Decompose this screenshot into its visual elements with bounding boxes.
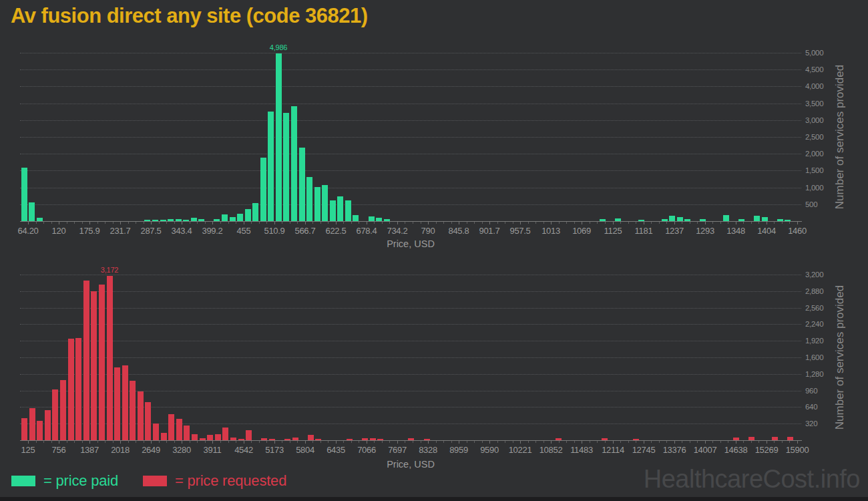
gridline xyxy=(20,154,801,154)
x-axis-minor-tick xyxy=(743,222,744,224)
x-axis-minor-tick xyxy=(282,441,282,443)
x-axis-minor-tick xyxy=(197,441,198,443)
histogram-bar xyxy=(60,380,66,440)
x-axis-minor-tick xyxy=(351,441,352,443)
x-axis-minor-tick xyxy=(312,222,313,224)
x-axis-minor-tick xyxy=(290,222,290,224)
y-axis-title: Number of services provided xyxy=(833,65,847,209)
x-axis-minor-tick xyxy=(443,222,444,224)
x-axis-tick xyxy=(182,222,182,224)
x-axis-minor-tick xyxy=(574,441,575,443)
gridline xyxy=(20,53,801,53)
x-axis-minor-tick xyxy=(528,441,529,443)
watermark: HealthcareCost.info xyxy=(644,465,860,494)
histogram-bar xyxy=(130,381,136,440)
x-axis-tick xyxy=(520,222,521,224)
x-axis-minor-tick xyxy=(328,222,329,224)
histogram-bar xyxy=(161,433,167,440)
x-axis-tick xyxy=(274,441,275,444)
x-axis-tick xyxy=(305,441,306,444)
histogram-bar xyxy=(75,338,81,440)
x-axis-tick xyxy=(120,222,121,224)
x-axis-tick xyxy=(428,222,429,224)
gridline xyxy=(20,170,801,171)
histogram-bar xyxy=(176,419,182,440)
histogram-bar xyxy=(145,402,151,440)
x-axis-minor-tick xyxy=(743,441,744,443)
x-axis-minor-tick xyxy=(505,222,505,224)
peak-value-label: 3,172 xyxy=(101,266,119,274)
gridline xyxy=(20,341,801,341)
x-axis-tick xyxy=(797,441,798,444)
x-axis-tick xyxy=(367,222,367,224)
histogram-bar xyxy=(353,215,359,221)
x-axis-minor-tick xyxy=(128,222,129,224)
x-axis-minor-tick xyxy=(620,222,621,224)
x-axis-minor-tick xyxy=(751,222,752,224)
y-tick-label: 3,200 xyxy=(805,271,845,279)
histogram-bar xyxy=(99,285,105,440)
x-axis-minor-tick xyxy=(190,441,190,443)
x-axis-minor-tick xyxy=(590,441,590,443)
histogram-bar xyxy=(192,434,198,440)
gridline xyxy=(20,275,801,275)
x-axis-minor-tick xyxy=(251,441,252,443)
x-axis-minor-tick xyxy=(320,441,321,443)
legend-label-requested: = price requested xyxy=(175,472,286,490)
x-axis-minor-tick xyxy=(659,222,660,224)
x-axis-minor-tick xyxy=(782,222,783,224)
x-axis-minor-tick xyxy=(197,222,198,224)
x-axis-minor-tick xyxy=(574,222,575,224)
x-axis-minor-tick xyxy=(528,222,529,224)
x-axis-minor-tick xyxy=(97,222,98,224)
legend-item-price-requested: = price requested xyxy=(143,472,286,490)
x-axis-minor-tick xyxy=(251,222,252,224)
x-axis-tick xyxy=(397,441,398,444)
x-axis-minor-tick xyxy=(266,441,267,443)
x-axis-tick xyxy=(89,441,90,444)
x-axis-minor-tick xyxy=(144,222,144,224)
histogram-bar xyxy=(138,391,144,440)
x-axis-minor-tick xyxy=(413,222,413,224)
x-axis-minor-tick xyxy=(67,222,67,224)
x-axis-tick xyxy=(397,222,398,224)
x-axis-minor-tick xyxy=(67,441,67,443)
x-axis-minor-tick xyxy=(236,441,236,443)
histogram-bar xyxy=(283,113,289,221)
x-axis-minor-tick xyxy=(720,222,721,224)
x-axis-minor-tick xyxy=(666,222,667,224)
x-axis-minor-tick xyxy=(43,222,44,224)
x-axis-tick xyxy=(674,222,675,224)
x-axis-minor-tick xyxy=(228,222,229,224)
x-axis-minor-tick xyxy=(405,222,405,224)
x-axis-tick xyxy=(428,441,429,444)
x-axis-minor-tick xyxy=(136,222,136,224)
x-axis-tick xyxy=(120,441,121,444)
x-axis-minor-tick xyxy=(228,441,229,443)
x-axis-minor-tick xyxy=(343,441,344,443)
peak-value-label: 4,986 xyxy=(270,43,288,51)
x-axis-minor-tick xyxy=(620,441,621,443)
x-axis-minor-tick xyxy=(720,441,721,443)
x-axis-title: Price, USD xyxy=(331,459,491,470)
x-axis-tick xyxy=(151,441,152,444)
histogram-bar xyxy=(322,185,328,221)
x-axis-minor-tick xyxy=(682,222,682,224)
x-axis-tick xyxy=(244,441,244,444)
x-axis-minor-tick xyxy=(343,222,344,224)
x-axis-tick xyxy=(28,441,29,444)
x-axis-tick xyxy=(489,222,490,224)
histogram-bar xyxy=(669,216,675,221)
histogram-bar xyxy=(114,367,120,440)
x-axis-minor-tick xyxy=(359,222,359,224)
x-axis-minor-tick xyxy=(758,222,759,224)
x-axis-minor-tick xyxy=(682,441,682,443)
x-axis-line xyxy=(20,221,802,222)
x-axis-minor-tick xyxy=(405,441,405,443)
histogram-price-paid: 4,986 xyxy=(20,40,801,221)
x-axis-minor-tick xyxy=(497,441,498,443)
histogram-bar xyxy=(369,216,375,221)
x-axis-minor-tick xyxy=(174,441,175,443)
x-axis-minor-tick xyxy=(389,222,390,224)
histogram-bar xyxy=(308,435,314,440)
